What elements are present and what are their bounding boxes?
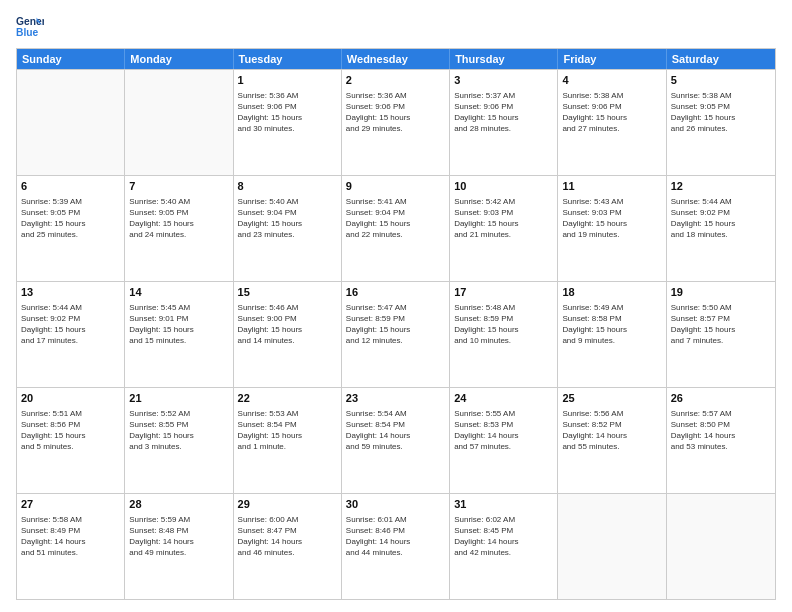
- day-info: Sunrise: 5:52 AM Sunset: 8:55 PM Dayligh…: [129, 408, 228, 453]
- day-info: Sunrise: 5:38 AM Sunset: 9:05 PM Dayligh…: [671, 90, 771, 135]
- day-info: Sunrise: 5:57 AM Sunset: 8:50 PM Dayligh…: [671, 408, 771, 453]
- day-info: Sunrise: 5:43 AM Sunset: 9:03 PM Dayligh…: [562, 196, 661, 241]
- calendar-cell: 4Sunrise: 5:38 AM Sunset: 9:06 PM Daylig…: [558, 70, 666, 175]
- calendar-cell: 22Sunrise: 5:53 AM Sunset: 8:54 PM Dayli…: [234, 388, 342, 493]
- calendar-cell: [667, 494, 775, 599]
- calendar-cell: 21Sunrise: 5:52 AM Sunset: 8:55 PM Dayli…: [125, 388, 233, 493]
- weekday-header: Tuesday: [234, 49, 342, 69]
- day-number: 25: [562, 391, 661, 406]
- day-info: Sunrise: 6:00 AM Sunset: 8:47 PM Dayligh…: [238, 514, 337, 559]
- calendar-cell: 24Sunrise: 5:55 AM Sunset: 8:53 PM Dayli…: [450, 388, 558, 493]
- logo-icon: General Blue: [16, 12, 44, 40]
- day-info: Sunrise: 5:48 AM Sunset: 8:59 PM Dayligh…: [454, 302, 553, 347]
- day-number: 31: [454, 497, 553, 512]
- calendar-cell: 1Sunrise: 5:36 AM Sunset: 9:06 PM Daylig…: [234, 70, 342, 175]
- day-number: 29: [238, 497, 337, 512]
- calendar-cell: 9Sunrise: 5:41 AM Sunset: 9:04 PM Daylig…: [342, 176, 450, 281]
- calendar-cell: 27Sunrise: 5:58 AM Sunset: 8:49 PM Dayli…: [17, 494, 125, 599]
- day-info: Sunrise: 5:59 AM Sunset: 8:48 PM Dayligh…: [129, 514, 228, 559]
- day-number: 2: [346, 73, 445, 88]
- day-info: Sunrise: 5:50 AM Sunset: 8:57 PM Dayligh…: [671, 302, 771, 347]
- day-info: Sunrise: 5:54 AM Sunset: 8:54 PM Dayligh…: [346, 408, 445, 453]
- day-number: 16: [346, 285, 445, 300]
- day-info: Sunrise: 5:56 AM Sunset: 8:52 PM Dayligh…: [562, 408, 661, 453]
- day-info: Sunrise: 5:44 AM Sunset: 9:02 PM Dayligh…: [21, 302, 120, 347]
- day-info: Sunrise: 5:44 AM Sunset: 9:02 PM Dayligh…: [671, 196, 771, 241]
- day-info: Sunrise: 5:40 AM Sunset: 9:04 PM Dayligh…: [238, 196, 337, 241]
- calendar-cell: 19Sunrise: 5:50 AM Sunset: 8:57 PM Dayli…: [667, 282, 775, 387]
- calendar-header: SundayMondayTuesdayWednesdayThursdayFrid…: [17, 49, 775, 69]
- day-info: Sunrise: 5:41 AM Sunset: 9:04 PM Dayligh…: [346, 196, 445, 241]
- day-info: Sunrise: 5:38 AM Sunset: 9:06 PM Dayligh…: [562, 90, 661, 135]
- weekday-header: Sunday: [17, 49, 125, 69]
- calendar-cell: [125, 70, 233, 175]
- day-number: 14: [129, 285, 228, 300]
- page: General Blue SundayMondayTuesdayWednesda…: [0, 0, 792, 612]
- calendar-cell: 28Sunrise: 5:59 AM Sunset: 8:48 PM Dayli…: [125, 494, 233, 599]
- calendar-body: 1Sunrise: 5:36 AM Sunset: 9:06 PM Daylig…: [17, 69, 775, 599]
- day-info: Sunrise: 5:37 AM Sunset: 9:06 PM Dayligh…: [454, 90, 553, 135]
- day-number: 1: [238, 73, 337, 88]
- calendar-cell: 18Sunrise: 5:49 AM Sunset: 8:58 PM Dayli…: [558, 282, 666, 387]
- calendar-cell: 6Sunrise: 5:39 AM Sunset: 9:05 PM Daylig…: [17, 176, 125, 281]
- day-number: 10: [454, 179, 553, 194]
- day-number: 28: [129, 497, 228, 512]
- day-info: Sunrise: 5:42 AM Sunset: 9:03 PM Dayligh…: [454, 196, 553, 241]
- calendar-cell: 20Sunrise: 5:51 AM Sunset: 8:56 PM Dayli…: [17, 388, 125, 493]
- day-number: 27: [21, 497, 120, 512]
- calendar-cell: 3Sunrise: 5:37 AM Sunset: 9:06 PM Daylig…: [450, 70, 558, 175]
- calendar-cell: 8Sunrise: 5:40 AM Sunset: 9:04 PM Daylig…: [234, 176, 342, 281]
- calendar-cell: 13Sunrise: 5:44 AM Sunset: 9:02 PM Dayli…: [17, 282, 125, 387]
- day-number: 17: [454, 285, 553, 300]
- calendar-cell: [558, 494, 666, 599]
- day-number: 6: [21, 179, 120, 194]
- day-number: 8: [238, 179, 337, 194]
- day-info: Sunrise: 5:58 AM Sunset: 8:49 PM Dayligh…: [21, 514, 120, 559]
- day-info: Sunrise: 5:49 AM Sunset: 8:58 PM Dayligh…: [562, 302, 661, 347]
- day-info: Sunrise: 5:45 AM Sunset: 9:01 PM Dayligh…: [129, 302, 228, 347]
- calendar-cell: 23Sunrise: 5:54 AM Sunset: 8:54 PM Dayli…: [342, 388, 450, 493]
- calendar-row: 27Sunrise: 5:58 AM Sunset: 8:49 PM Dayli…: [17, 493, 775, 599]
- day-number: 23: [346, 391, 445, 406]
- calendar-cell: 30Sunrise: 6:01 AM Sunset: 8:46 PM Dayli…: [342, 494, 450, 599]
- day-info: Sunrise: 5:40 AM Sunset: 9:05 PM Dayligh…: [129, 196, 228, 241]
- calendar-cell: 10Sunrise: 5:42 AM Sunset: 9:03 PM Dayli…: [450, 176, 558, 281]
- day-number: 15: [238, 285, 337, 300]
- day-info: Sunrise: 5:51 AM Sunset: 8:56 PM Dayligh…: [21, 408, 120, 453]
- calendar-cell: 5Sunrise: 5:38 AM Sunset: 9:05 PM Daylig…: [667, 70, 775, 175]
- calendar-cell: 29Sunrise: 6:00 AM Sunset: 8:47 PM Dayli…: [234, 494, 342, 599]
- calendar-cell: 31Sunrise: 6:02 AM Sunset: 8:45 PM Dayli…: [450, 494, 558, 599]
- calendar-cell: 17Sunrise: 5:48 AM Sunset: 8:59 PM Dayli…: [450, 282, 558, 387]
- day-number: 12: [671, 179, 771, 194]
- day-number: 22: [238, 391, 337, 406]
- day-number: 30: [346, 497, 445, 512]
- day-number: 7: [129, 179, 228, 194]
- day-number: 19: [671, 285, 771, 300]
- calendar-cell: [17, 70, 125, 175]
- day-number: 26: [671, 391, 771, 406]
- day-number: 11: [562, 179, 661, 194]
- day-info: Sunrise: 5:36 AM Sunset: 9:06 PM Dayligh…: [238, 90, 337, 135]
- day-number: 21: [129, 391, 228, 406]
- day-number: 18: [562, 285, 661, 300]
- day-info: Sunrise: 6:02 AM Sunset: 8:45 PM Dayligh…: [454, 514, 553, 559]
- calendar-row: 13Sunrise: 5:44 AM Sunset: 9:02 PM Dayli…: [17, 281, 775, 387]
- weekday-header: Friday: [558, 49, 666, 69]
- calendar-cell: 16Sunrise: 5:47 AM Sunset: 8:59 PM Dayli…: [342, 282, 450, 387]
- calendar: SundayMondayTuesdayWednesdayThursdayFrid…: [16, 48, 776, 600]
- day-number: 4: [562, 73, 661, 88]
- calendar-cell: 25Sunrise: 5:56 AM Sunset: 8:52 PM Dayli…: [558, 388, 666, 493]
- calendar-cell: 14Sunrise: 5:45 AM Sunset: 9:01 PM Dayli…: [125, 282, 233, 387]
- day-info: Sunrise: 5:36 AM Sunset: 9:06 PM Dayligh…: [346, 90, 445, 135]
- day-info: Sunrise: 5:53 AM Sunset: 8:54 PM Dayligh…: [238, 408, 337, 453]
- header: General Blue: [16, 12, 776, 40]
- logo: General Blue: [16, 12, 44, 40]
- calendar-row: 1Sunrise: 5:36 AM Sunset: 9:06 PM Daylig…: [17, 69, 775, 175]
- calendar-cell: 12Sunrise: 5:44 AM Sunset: 9:02 PM Dayli…: [667, 176, 775, 281]
- day-info: Sunrise: 5:47 AM Sunset: 8:59 PM Dayligh…: [346, 302, 445, 347]
- day-info: Sunrise: 5:39 AM Sunset: 9:05 PM Dayligh…: [21, 196, 120, 241]
- weekday-header: Monday: [125, 49, 233, 69]
- day-number: 3: [454, 73, 553, 88]
- calendar-cell: 11Sunrise: 5:43 AM Sunset: 9:03 PM Dayli…: [558, 176, 666, 281]
- day-info: Sunrise: 6:01 AM Sunset: 8:46 PM Dayligh…: [346, 514, 445, 559]
